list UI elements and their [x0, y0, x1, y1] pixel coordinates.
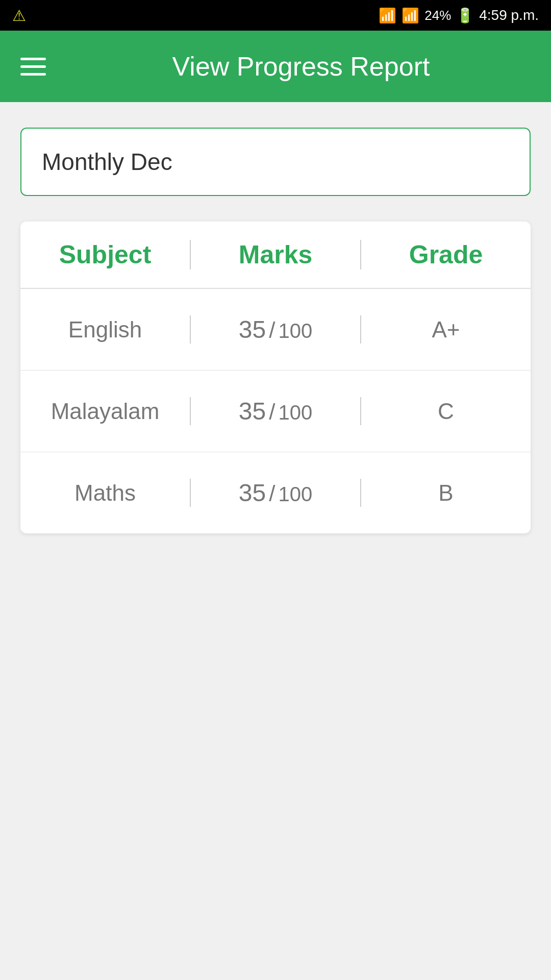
header-marks: Marks [191, 240, 361, 270]
battery-icon: 🔋 [456, 7, 474, 24]
marks-english: 35 / 100 [191, 315, 361, 344]
marks-maths: 35 / 100 [191, 479, 361, 507]
grade-maths: B [361, 479, 531, 507]
subject-english: English [20, 315, 191, 344]
main-content: Monthly Dec Subject Marks Grade English … [0, 102, 551, 559]
status-bar: ⚠ 📶 📶 24% 🔋 4:59 p.m. [0, 0, 551, 31]
marks-display: 35 / 100 [239, 397, 312, 425]
header-grade: Grade [361, 240, 531, 270]
report-table: Subject Marks Grade English 35 / 100 [20, 222, 531, 533]
menu-line-1 [20, 58, 46, 60]
marks-display: 35 / 100 [239, 315, 312, 344]
warning-icon: ⚠ [12, 7, 26, 24]
status-bar-right: 📶 📶 24% 🔋 4:59 p.m. [379, 7, 539, 24]
table-row: Malayalam 35 / 100 C [20, 371, 531, 452]
report-selector[interactable]: Monthly Dec [20, 128, 531, 196]
battery-text: 24% [424, 8, 451, 23]
grade-english: A+ [361, 315, 531, 344]
wifi-icon: 📶 [379, 7, 396, 24]
app-bar: View Progress Report [0, 31, 551, 102]
grade-malayalam: C [361, 397, 531, 425]
table-row: English 35 / 100 A+ [20, 289, 531, 371]
table-header: Subject Marks Grade [20, 222, 531, 289]
header-subject: Subject [20, 240, 191, 270]
subject-maths: Maths [20, 479, 191, 507]
menu-button[interactable] [20, 58, 46, 76]
subject-malayalam: Malayalam [20, 397, 191, 425]
menu-line-2 [20, 65, 46, 68]
marks-display: 35 / 100 [239, 479, 312, 507]
marks-malayalam: 35 / 100 [191, 397, 361, 425]
page-title: View Progress Report [71, 51, 531, 82]
status-bar-left: ⚠ [12, 7, 26, 24]
menu-line-3 [20, 73, 46, 76]
table-row: Maths 35 / 100 B [20, 452, 531, 533]
signal-icon: 📶 [402, 7, 419, 24]
status-time: 4:59 p.m. [479, 7, 539, 23]
selector-value: Monthly Dec [42, 149, 172, 175]
